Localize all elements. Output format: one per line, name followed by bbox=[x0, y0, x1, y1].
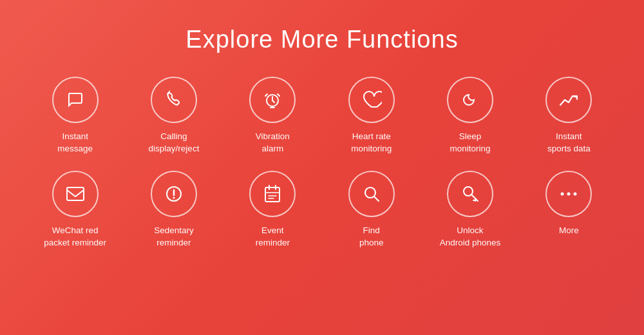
svg-point-17 bbox=[561, 192, 564, 195]
feature-sedentary-reminder: Sedentaryreminder bbox=[124, 171, 223, 249]
row-spacer bbox=[26, 155, 618, 171]
heart-rate-label: Heart ratemonitoring bbox=[351, 131, 392, 155]
svg-rect-2 bbox=[67, 187, 84, 200]
sleep-monitoring-label: Sleepmonitoring bbox=[450, 131, 490, 155]
heart-icon bbox=[348, 77, 395, 123]
find-phone-label: Findphone bbox=[359, 225, 384, 249]
message-icon bbox=[52, 77, 99, 123]
event-icon bbox=[249, 171, 296, 217]
feature-heart-rate: Heart ratemonitoring bbox=[322, 77, 421, 155]
feature-sleep-monitoring: Sleepmonitoring bbox=[421, 77, 519, 155]
key-icon bbox=[447, 171, 493, 217]
feature-event-reminder: Eventreminder bbox=[223, 171, 322, 249]
svg-point-18 bbox=[567, 192, 571, 195]
svg-rect-6 bbox=[265, 187, 279, 202]
chart-icon bbox=[545, 77, 592, 123]
vibration-alarm-label: Vibrationalarm bbox=[256, 131, 290, 155]
sedentary-reminder-label: Sedentaryreminder bbox=[154, 225, 194, 249]
calling-display-label: Callingdisplay/reject bbox=[149, 131, 200, 155]
phone-icon bbox=[151, 77, 197, 123]
moon-icon bbox=[447, 77, 493, 123]
wechat-red-packet-label: WeChat redpacket reminder bbox=[44, 225, 106, 249]
feature-find-phone: Findphone bbox=[322, 171, 421, 249]
instant-message-label: Instantmessage bbox=[57, 131, 93, 155]
unlock-android-label: UnlockAndroid phones bbox=[440, 225, 501, 249]
svg-line-13 bbox=[374, 196, 379, 201]
event-reminder-label: Eventreminder bbox=[256, 225, 290, 249]
svg-point-19 bbox=[574, 192, 577, 195]
more-label: More bbox=[559, 225, 579, 237]
page-title: Explore More Functions bbox=[185, 26, 458, 53]
envelope-icon bbox=[52, 171, 99, 217]
feature-sports-data: Instantsports data bbox=[520, 77, 618, 155]
more-icon bbox=[545, 171, 592, 217]
sports-data-label: Instantsports data bbox=[547, 131, 591, 155]
feature-vibration-alarm: Vibrationalarm bbox=[223, 77, 322, 155]
features-grid: Instantmessage Callingdisplay/reject Vib… bbox=[26, 77, 618, 249]
svg-point-5 bbox=[173, 196, 175, 198]
search-icon bbox=[348, 171, 395, 217]
exclamation-icon bbox=[151, 171, 197, 217]
feature-wechat-red-packet: WeChat redpacket reminder bbox=[26, 171, 124, 249]
feature-calling-display: Callingdisplay/reject bbox=[124, 77, 223, 155]
feature-more: More bbox=[520, 171, 618, 249]
feature-instant-message: Instantmessage bbox=[26, 77, 124, 155]
feature-unlock-android: UnlockAndroid phones bbox=[421, 171, 519, 249]
alarm-icon bbox=[249, 77, 296, 123]
